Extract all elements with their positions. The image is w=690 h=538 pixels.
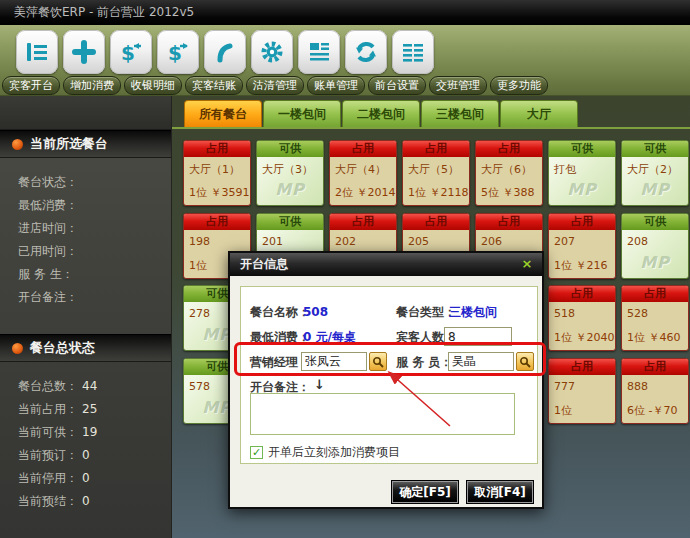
auto-add-label: 开单后立刻添加消费项目	[268, 444, 400, 461]
toolbar-button-open-table[interactable]: 宾客开台	[2, 76, 60, 95]
tab-underline	[172, 127, 690, 129]
table-card[interactable]: 占用2071位 ￥216	[548, 213, 616, 279]
auto-add-row: ✓ 开单后立刻添加消费项目	[250, 445, 400, 460]
table-name: 198	[184, 230, 250, 248]
status-badge: 可供	[549, 141, 615, 157]
magnifier-icon	[372, 356, 384, 368]
stat-available: 当前可供：19	[18, 424, 171, 447]
table-card[interactable]: 占用大厅（4）2位 ￥2014	[329, 140, 397, 206]
table-card[interactable]: 可供大厅（3）MP	[256, 140, 324, 206]
toolbar-button-cash-detail[interactable]: 收银明细	[124, 76, 182, 95]
status-badge: 占用	[622, 286, 688, 302]
tab-floor2-rooms[interactable]: 二楼包间	[342, 100, 420, 127]
table-footer: 1位 ￥460	[627, 330, 681, 345]
note-textarea[interactable]	[250, 393, 515, 435]
status-badge: 占用	[549, 286, 615, 302]
table-card[interactable]: 占用大厅（6）5位 ￥388	[475, 140, 543, 206]
status-badge: 占用	[330, 214, 396, 230]
toolbar-label-row: 宾客开台 增加消费 收银明细 宾客结账 沽清管理 账单管理 前台设置 交班管理 …	[2, 76, 548, 95]
status-badge: 占用	[549, 214, 615, 230]
stat-total: 餐台总数：44	[18, 378, 171, 401]
down-arrow-icon: ↓	[314, 377, 325, 392]
section-title: 当前所选餐台	[30, 135, 108, 153]
table-name: 大厅（3）	[257, 157, 323, 177]
table-card[interactable]: 占用5281位 ￥460	[621, 285, 689, 351]
toolbar: $ $ 宾客开台 增加消费 收银明细 宾客结	[0, 25, 690, 96]
sidebar-section-selected-table: 当前所选餐台	[0, 130, 171, 158]
status-badge: 可供	[622, 141, 688, 157]
tab-floor3-rooms[interactable]: 三楼包间	[421, 100, 499, 127]
stat-disabled: 当前停用：0	[18, 470, 171, 493]
status-badge: 占用	[476, 141, 542, 157]
refresh-icon[interactable]	[345, 30, 387, 74]
toolbar-button-settings[interactable]: 前台设置	[368, 76, 426, 95]
mp-watermark: MP	[549, 180, 615, 199]
dialog-title: 开台信息	[230, 253, 542, 276]
stat-reserved: 当前预订：0	[18, 447, 171, 470]
checkout-icon[interactable]: $	[157, 30, 199, 74]
table-name: 528	[622, 302, 688, 320]
field-note: 开台备注：	[18, 289, 171, 312]
cancel-button[interactable]: 取消[F4]	[467, 481, 533, 503]
guest-count-input[interactable]	[444, 327, 512, 346]
toolbar-button-bill[interactable]: 账单管理	[307, 76, 365, 95]
table-footer: 2位 ￥2014	[335, 185, 396, 200]
table-footer: 1位 ￥216	[554, 258, 608, 273]
toolbar-button-checkout[interactable]: 宾客结账	[185, 76, 243, 95]
mp-watermark: MP	[622, 253, 688, 272]
table-card[interactable]: 占用5181位 ￥2040	[548, 285, 616, 351]
bill-icon[interactable]	[298, 30, 340, 74]
tab-all-tables[interactable]: 所有餐台	[184, 100, 262, 127]
table-card[interactable]: 占用大厅（1）1位 ￥3591	[183, 140, 251, 206]
cash-detail-icon[interactable]: $	[110, 30, 152, 74]
table-name: 888	[622, 375, 688, 393]
table-card[interactable]: 可供大厅（2）MP	[621, 140, 689, 206]
close-icon[interactable]: ×	[519, 256, 535, 272]
toolbar-button-more[interactable]: 更多功能	[490, 76, 548, 95]
status-badge: 占用	[403, 141, 469, 157]
status-badge: 占用	[476, 214, 542, 230]
table-name: 207	[549, 230, 615, 248]
table-name: 202	[330, 230, 396, 248]
orange-dot-icon	[12, 139, 23, 150]
toolbar-button-soldout[interactable]: 沽清管理	[246, 76, 304, 95]
tab-hall[interactable]: 大厅	[500, 100, 578, 127]
table-card[interactable]: 占用7771位	[548, 358, 616, 424]
sidebar-gap	[0, 312, 171, 334]
table-name: 大厅（1）	[184, 157, 250, 177]
status-badge: 占用	[622, 359, 688, 375]
more-icon[interactable]	[392, 30, 434, 74]
table-card[interactable]: 占用大厅（5）1位 ￥2118	[402, 140, 470, 206]
table-card[interactable]: 可供208MP	[621, 213, 689, 279]
table-footer: 1位 ￥2040	[554, 330, 615, 345]
marketing-manager-input[interactable]	[301, 352, 367, 371]
stat-value: 19	[82, 425, 97, 439]
waiter-search-button[interactable]	[516, 352, 534, 371]
gear-icon[interactable]	[251, 30, 293, 74]
tab-floor1-rooms[interactable]: 一楼包间	[263, 100, 341, 127]
phone-icon[interactable]	[204, 30, 246, 74]
table-footer: 1位 ￥2118	[408, 185, 469, 200]
add-consume-icon[interactable]	[63, 30, 105, 74]
waiter-input[interactable]	[448, 352, 514, 371]
ok-button[interactable]: 确定[F5]	[392, 481, 458, 503]
checkbox-checked-icon[interactable]: ✓	[250, 446, 263, 459]
floor-tabs: 所有餐台 一楼包间 二楼包间 三楼包间 大厅	[184, 100, 578, 127]
toolbar-button-add-consume[interactable]: 增加消费	[63, 76, 121, 95]
table-name-label: 餐台名称：	[250, 302, 310, 322]
mp-watermark: MP	[622, 180, 688, 199]
toolbar-button-shift[interactable]: 交班管理	[429, 76, 487, 95]
table-card[interactable]: 可供打包MP	[548, 140, 616, 206]
table-type-value: 三楼包间	[449, 302, 497, 322]
table-name: 大厅（5）	[403, 157, 469, 177]
open-table-dialog: 开台信息 × 餐台名称： 508 餐台类型： 三楼包间 最低消费： 0 元/每桌…	[228, 251, 544, 509]
table-footer: 6位 -￥70	[627, 403, 677, 418]
selected-table-fields: 餐台状态： 最低消费： 进店时间： 已用时间： 服 务 生： 开台备注：	[0, 158, 171, 312]
svg-text:$: $	[168, 41, 182, 65]
status-badge: 占用	[184, 141, 250, 157]
table-name: 205	[403, 230, 469, 248]
table-card[interactable]: 占用8886位 -￥70	[621, 358, 689, 424]
manager-search-button[interactable]	[369, 352, 387, 371]
magnifier-icon	[519, 356, 531, 368]
open-table-icon[interactable]	[16, 30, 58, 74]
